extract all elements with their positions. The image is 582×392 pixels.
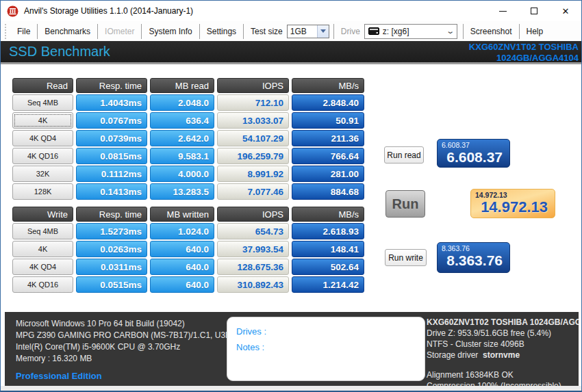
drive-icon	[368, 27, 379, 35]
total-score-value: 14.972.13	[471, 199, 555, 215]
storage-driver-line: Storage driver stornvme	[427, 350, 579, 361]
mbs-cell: 148.41	[292, 241, 364, 257]
col-header-resp-time: Resp. time	[76, 78, 147, 93]
storage-driver-value: stornvme	[483, 350, 520, 360]
close-button[interactable]: ✕	[550, 1, 581, 21]
minimize-icon	[499, 11, 507, 12]
read-score-value: 6.608.37	[438, 149, 509, 166]
col-header-resp-time: Resp. time	[76, 207, 147, 222]
test-size-button[interactable]: 128K	[12, 183, 73, 200]
filesystem-line: NTFS - Cluster size 4096B	[427, 339, 579, 350]
menu-screenshot[interactable]: Screenshot	[464, 24, 519, 39]
col-header-mb-written: MB written	[150, 207, 214, 222]
test-size-button[interactable]: 4K QD4	[12, 259, 73, 275]
test-size-button[interactable]: 4K QD16	[12, 148, 73, 164]
title-bar: Anvil's Storage Utilities 1.1.0 (2014-Ja…	[1, 1, 581, 21]
menu-iometer: IOmeter	[98, 24, 141, 39]
resp-time-cell: 0.0815ms	[76, 148, 147, 164]
maximize-button[interactable]	[518, 1, 550, 21]
test-size-select[interactable]: 1GB	[287, 25, 329, 38]
mbs-cell: 884.68	[292, 183, 364, 200]
write-score-value: 8.363.76	[438, 252, 509, 269]
write-score-box: 8.363.76 8.363.76	[437, 242, 510, 273]
motherboard-line: MPG Z390 GAMING PRO CARBON (MS-7B17)/1.C…	[16, 330, 236, 341]
resp-time-cell: 0.0739ms	[76, 130, 147, 146]
maximize-icon	[531, 8, 537, 14]
test-size-button[interactable]: 32K	[12, 166, 73, 182]
iops-cell: 37.993.54	[217, 241, 289, 257]
iops-cell: 128.675.36	[217, 259, 289, 275]
mbs-cell: 2.618.93	[292, 223, 364, 239]
test-size-button[interactable]: Seq 4MB	[12, 94, 73, 111]
page-header: SSD Benchmark KXG60ZNV1T02 TOSHIBA 1024G…	[1, 41, 581, 64]
mb-cell: 9.583.1	[150, 148, 214, 164]
col-header-mb-read: MB read	[150, 78, 214, 93]
window-title: Anvil's Storage Utilities 1.1.0 (2014-Ja…	[24, 6, 193, 16]
resp-time-cell: 0.0311ms	[76, 259, 147, 275]
test-size-button[interactable]: Seq 4MB	[12, 223, 73, 239]
run-read-button[interactable]: Run read	[384, 146, 424, 164]
run-write-button[interactable]: Run write	[385, 249, 427, 266]
total-score-box: 14.972.13 14.972.13	[470, 189, 555, 218]
menu-settings[interactable]: Settings	[200, 24, 243, 39]
mbs-cell: 502.64	[292, 259, 364, 275]
mb-cell: 640.0	[150, 259, 214, 275]
footer-panel: Microsoft Windows 10 Pro 64 bit Build (1…	[5, 312, 579, 386]
test-size-button[interactable]: 4K	[12, 112, 73, 129]
col-header-write: Write	[12, 207, 73, 222]
chevron-down-icon: ⌄	[446, 27, 455, 36]
menu-file[interactable]: File	[10, 24, 37, 39]
alignment-line: Alignment 16384KB OK	[427, 369, 579, 380]
mb-cell: 640.0	[150, 276, 214, 293]
run-button[interactable]: Run	[385, 190, 425, 218]
drive-value: z: [xg6]	[379, 27, 447, 36]
app-window: Anvil's Storage Utilities 1.1.0 (2014-Ja…	[0, 0, 582, 392]
test-size-button[interactable]: 4K QD4	[12, 130, 73, 146]
menu-benchmarks[interactable]: Benchmarks	[38, 24, 97, 39]
menu-bar: File Benchmarks IOmeter System Info Sett…	[1, 21, 581, 41]
iops-cell: 13.033.07	[217, 112, 289, 129]
iops-cell: 310.892.43	[217, 276, 289, 293]
device-model: KXG60ZNV1T02 TOSHIBA	[469, 42, 579, 53]
col-header-iops: IOPS	[217, 207, 289, 222]
resp-time-cell: 0.0767ms	[76, 112, 147, 129]
read-results-table: Read Resp. time MB read IOPS MB/s Seq 4M…	[12, 78, 364, 200]
test-size-value: 1GB	[288, 25, 317, 38]
resp-time-cell: 0.1413ms	[76, 183, 147, 200]
test-size-label: Test size	[244, 27, 287, 36]
mb-cell: 636.4	[150, 112, 214, 129]
mbs-cell: 281.00	[292, 166, 364, 182]
menu-help[interactable]: Help	[520, 24, 551, 39]
mbs-cell: 50.91	[292, 112, 364, 129]
iops-cell: 54.107.29	[217, 130, 289, 146]
notes-label: Notes :	[236, 339, 416, 355]
os-line: Microsoft Windows 10 Pro 64 bit Build (1…	[16, 318, 236, 330]
iops-cell: 196.259.79	[217, 148, 289, 164]
iops-cell: 7.077.46	[217, 183, 289, 200]
compression-line: Compression 100% (Incompressible)	[427, 380, 579, 386]
mb-cell: 2.642.0	[150, 130, 214, 146]
test-size-button[interactable]: 4K	[12, 241, 73, 257]
total-score-label: 14.972.13	[471, 190, 555, 199]
menu-system-info[interactable]: System Info	[142, 24, 199, 39]
minimize-button[interactable]	[487, 1, 518, 21]
memory-line: Memory : 16.320 MB	[16, 353, 236, 365]
col-header-mbs: MB/s	[292, 78, 364, 93]
resp-time-cell: 1.5273ms	[76, 223, 147, 239]
test-size-button[interactable]: 4K QD16	[12, 276, 73, 293]
drives-notes-field[interactable]: Drives : Notes :	[227, 317, 425, 381]
drive-info-title: KXG60ZNV1T02 TOSHIBA 1024GB/AGGA4104	[427, 317, 579, 328]
resp-time-cell: 0.0263ms	[76, 241, 147, 257]
mbs-cell: 2.848.40	[292, 94, 364, 111]
cpu-line: Intel(R) Core(TM) i5-9600K CPU @ 3.70GHz	[16, 341, 236, 353]
test-size-dropdown-button[interactable]	[317, 25, 329, 38]
read-score-box: 6.608.37 6.608.37	[437, 139, 510, 168]
iops-cell: 8.991.92	[217, 166, 289, 182]
drive-select[interactable]: z: [xg6] ⌄	[364, 24, 457, 39]
mbs-cell: 1.214.42	[292, 276, 364, 293]
col-header-mbs: MB/s	[292, 207, 364, 222]
window-bottom-strip	[1, 386, 581, 391]
drive-label: Drive	[334, 27, 364, 36]
write-results-table: Write Resp. time MB written IOPS MB/s Se…	[12, 207, 364, 293]
edition-label: Professional Edition	[16, 370, 236, 382]
